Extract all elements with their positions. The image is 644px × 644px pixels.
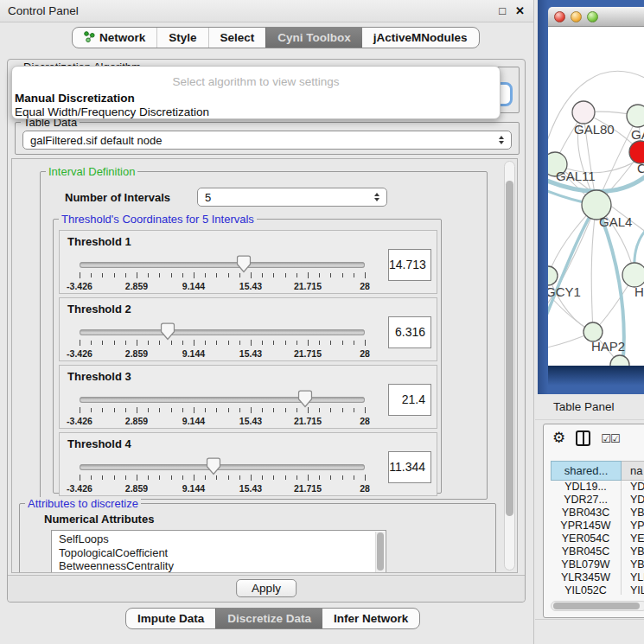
threshold-slider[interactable]: -3.4262.8599.14415.4321.71528: [80, 255, 365, 293]
slider-tick: [102, 341, 103, 345]
close-icon[interactable]: ✕: [515, 5, 525, 17]
attribute-item-betweennesscentrality[interactable]: BetweennessCentrality: [59, 559, 386, 573]
network-edge[interactable]: [591, 205, 596, 332]
slider-track[interactable]: [80, 464, 365, 470]
slider-track[interactable]: [80, 397, 365, 403]
column-header-shared[interactable]: shared...: [551, 461, 622, 481]
gear-icon[interactable]: ⚙: [552, 430, 565, 447]
threshold-value-field[interactable]: 14.713: [388, 249, 431, 281]
tab-style[interactable]: Style: [156, 28, 207, 48]
cell-name: YBR0: [622, 507, 644, 520]
table-row[interactable]: YBR043CYBR0: [551, 507, 644, 520]
zoom-traffic-light-icon[interactable]: [587, 11, 598, 22]
slider-tick-label: 2.859: [125, 483, 148, 494]
network-canvas[interactable]: GAL80GACGAL11GAL4GCY1HHAP2: [548, 27, 644, 366]
table-row[interactable]: YPR145WYPR1: [551, 520, 644, 532]
slider-tick: [91, 408, 92, 412]
tab-discretize-data[interactable]: Discretize Data: [215, 609, 322, 628]
list-scrollbar-thumb[interactable]: [377, 532, 384, 571]
slider-tick: [125, 273, 126, 277]
cell-name: YER0: [622, 532, 644, 545]
tab-select[interactable]: Select: [208, 28, 266, 48]
threshold-value-field[interactable]: 6.316: [388, 316, 431, 348]
slider-tick: [159, 408, 160, 412]
slider-tick: [330, 408, 331, 412]
tab-impute-data[interactable]: Impute Data: [126, 609, 215, 628]
vertical-scrollbar[interactable]: [504, 161, 515, 571]
network-window-titlebar[interactable]: [548, 7, 644, 27]
number-of-intervals-spinner[interactable]: 5: [197, 188, 387, 207]
threshold-slider[interactable]: -3.4262.8599.14415.4321.71528: [80, 390, 365, 428]
slider-tick-label: 21.715: [294, 416, 322, 426]
algorithm-option-manual-discretization[interactable]: Manual Discretization: [15, 92, 135, 105]
split-columns-icon[interactable]: [576, 430, 590, 446]
node-label-gal80: GAL80: [574, 122, 615, 137]
table-row[interactable]: YBL079WYBL0: [551, 558, 644, 571]
thresholds-group: Threshold's Coordinates for 5 Intervals …: [53, 219, 442, 494]
threshold-value-field[interactable]: 21.4: [388, 384, 431, 416]
float-window-icon[interactable]: □: [499, 5, 506, 17]
network-node[interactable]: [627, 105, 644, 127]
threshold-slider[interactable]: -3.4262.8599.14415.4321.71528: [80, 322, 365, 360]
threshold-slider[interactable]: -3.4262.8599.14415.4321.71528: [80, 457, 365, 495]
slider-thumb[interactable]: [297, 390, 312, 411]
slider-track[interactable]: [80, 329, 365, 335]
slider-tick: [228, 408, 229, 412]
table-row[interactable]: YDR27...YDR2: [551, 494, 644, 507]
list-scrollbar[interactable]: [375, 532, 385, 573]
slider-tick: [125, 408, 126, 412]
slider-tick-label: -3.426: [67, 416, 92, 426]
network-node[interactable]: [548, 266, 558, 285]
apply-button[interactable]: Apply: [236, 579, 296, 597]
table-row[interactable]: YBR045CYBR0: [551, 545, 644, 558]
slider-thumb[interactable]: [161, 322, 175, 344]
attribute-item-selfloops[interactable]: SelfLoops: [59, 532, 386, 546]
slider-tick: [102, 475, 103, 480]
numerical-attributes-list[interactable]: SelfLoopsTopologicalCoefficientBetweenne…: [51, 530, 386, 573]
slider-tick: [251, 340, 252, 346]
slider-tick: [194, 475, 194, 481]
table-panel-footer: [535, 619, 644, 644]
table-row[interactable]: YIL052CYIL0: [551, 584, 644, 595]
table-data-select[interactable]: galFiltered.sif default node: [22, 131, 512, 150]
slider-tick: [365, 340, 366, 346]
algorithm-option-equal-width-frequency[interactable]: Equal Width/Frequency Discretization: [15, 105, 209, 118]
horizontal-scrollbar-thumb[interactable]: [553, 603, 640, 609]
slider-tick: [354, 273, 354, 277]
select-columns-checkboxes-icon[interactable]: ☑☑: [601, 432, 619, 445]
table-panel-title: Table Panel: [553, 400, 615, 413]
close-traffic-light-icon[interactable]: [554, 11, 565, 22]
column-header-name[interactable]: na: [622, 461, 644, 481]
network-node[interactable]: [572, 101, 595, 124]
numerical-attributes-label: Numerical Attributes: [44, 513, 154, 526]
table-row[interactable]: YER054CYER0: [551, 532, 644, 545]
tab-cyni-toolbox[interactable]: Cyni Toolbox: [265, 28, 362, 48]
network-node[interactable]: [622, 263, 644, 287]
slider-tick: [251, 475, 252, 481]
slider-tick: [228, 341, 229, 345]
tab-infer-network[interactable]: Infer Network: [322, 609, 419, 628]
tab-jactivemnodules[interactable]: jActiveMNodules: [362, 28, 479, 48]
node-label-gcy1: GCY1: [548, 284, 581, 299]
tab-label: Select: [220, 31, 255, 44]
horizontal-scrollbar[interactable]: [551, 601, 644, 611]
threshold-value-field[interactable]: 11.344: [388, 451, 431, 483]
table-row[interactable]: YLR345WYLR3: [551, 571, 644, 584]
slider-tick: [137, 407, 137, 413]
vertical-scrollbar-thumb[interactable]: [506, 181, 513, 516]
slider-tick: [80, 340, 80, 346]
slider-track[interactable]: [80, 262, 365, 268]
slider-tick: [205, 273, 206, 277]
tab-network[interactable]: Network: [73, 28, 156, 48]
slider-thumb[interactable]: [237, 255, 252, 277]
slider-tick: [330, 273, 331, 277]
slider-tick: [148, 408, 149, 412]
table-row[interactable]: YDL19...YDL1: [551, 481, 644, 494]
attribute-item-topologicalcoefficient[interactable]: TopologicalCoefficient: [59, 546, 386, 560]
slider-thumb[interactable]: [207, 457, 221, 479]
minimize-traffic-light-icon[interactable]: [571, 11, 582, 22]
attributes-group: Attributes to discretize Numerical Attri…: [19, 503, 496, 573]
spinner-arrows-icon: [374, 193, 379, 201]
slider-tick: [365, 272, 366, 278]
network-window: GAL80GACGAL11GAL4GCY1HHAP2: [538, 0, 644, 394]
